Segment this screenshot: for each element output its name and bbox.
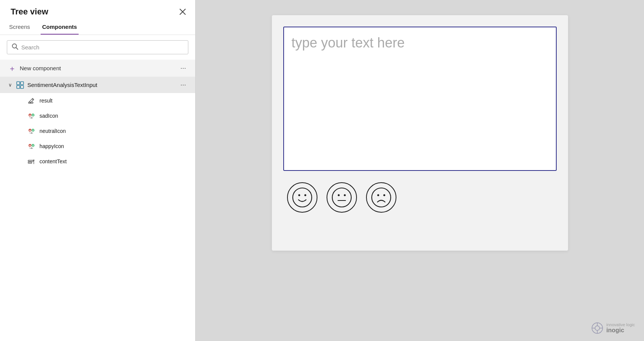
inogic-logo-icon [591,322,603,334]
child-result-label: result [39,98,52,104]
svg-point-25 [33,145,33,145]
svg-rect-7 [21,85,24,88]
new-component-ellipsis[interactable]: ··· [178,63,188,73]
svg-rect-6 [17,85,20,88]
emoji-row [283,182,557,213]
svg-point-34 [304,194,306,196]
chevron-down-icon: ∨ [8,82,12,88]
edit-icon [27,96,36,105]
search-box [7,40,188,54]
branding-product: inogic [606,327,635,334]
child-contentText-label: contentText [39,158,67,164]
tab-components[interactable]: Components [41,21,79,35]
branding-company: innovative logic [606,322,635,327]
tree-children: result sadIcon [0,93,195,169]
component-row[interactable]: ∨ SentimentAnalysisTextInput ··· [0,77,195,93]
child-neutralIcon-label: neutralIcon [39,128,66,134]
tab-screens[interactable]: Screens [8,21,32,35]
svg-point-33 [298,194,300,196]
component-row-left: ∨ SentimentAnalysisTextInput [8,81,97,89]
canvas-card: type your text here [272,15,568,251]
search-icon [12,43,18,51]
sad-face-icon [371,187,391,208]
svg-point-39 [372,188,391,207]
svg-point-41 [383,194,385,196]
svg-point-19 [33,129,33,130]
sidebar: Tree view Screens Components ＋ New compo… [0,0,196,341]
svg-line-3 [16,47,18,49]
child-happyIcon-label: happyIcon [39,143,64,149]
svg-point-13 [33,114,33,115]
svg-point-23 [30,145,30,145]
sad-emoji[interactable] [366,182,396,213]
new-component-left: ＋ New component [8,65,61,72]
happy-emoji[interactable] [287,182,317,213]
component-grid-icon [16,81,24,89]
svg-point-36 [338,194,339,196]
plus-icon: ＋ [8,65,16,72]
svg-point-17 [30,129,30,130]
svg-rect-4 [17,82,20,85]
child-sadIcon-label: sadIcon [39,113,58,119]
svg-rect-28 [28,160,33,161]
text-input-area[interactable]: type your text here [283,27,557,171]
component-ellipsis[interactable]: ··· [178,80,188,90]
neutral-face-icon [331,187,352,208]
search-area [0,35,195,60]
happy-face-icon [292,187,313,208]
text-input-placeholder: type your text here [292,35,405,51]
child-contentText[interactable]: contentText [0,154,195,169]
svg-point-37 [344,194,346,196]
branding-text: innovative logic inogic [606,322,635,334]
sidebar-header: Tree view [0,0,195,21]
child-sadIcon[interactable]: sadIcon [0,108,195,123]
child-happyIcon[interactable]: happyIcon [0,139,195,154]
text-component-icon [27,157,36,166]
svg-point-40 [377,194,379,196]
child-neutralIcon[interactable]: neutralIcon [0,123,195,139]
close-icon [179,8,186,15]
svg-point-11 [30,114,30,115]
icon-component-happy [27,142,36,150]
component-name: SentimentAnalysisTextInput [27,82,97,88]
neutral-emoji[interactable] [327,182,357,213]
svg-rect-29 [28,162,32,163]
svg-rect-5 [21,82,24,85]
svg-point-35 [332,188,351,207]
tab-bar: Screens Components [0,21,195,35]
branding: innovative logic inogic [591,322,635,334]
sidebar-title: Tree view [11,7,48,17]
svg-point-32 [293,188,312,207]
icon-component-neutral [27,127,36,135]
svg-point-43 [595,326,600,330]
close-button[interactable] [178,7,188,17]
new-component-row[interactable]: ＋ New component ··· [0,60,195,77]
search-input[interactable] [21,44,183,51]
child-result[interactable]: result [0,93,195,108]
main-canvas-area: type your text here [196,0,644,341]
new-component-label: New component [20,65,61,71]
icon-component-sad [27,112,36,120]
